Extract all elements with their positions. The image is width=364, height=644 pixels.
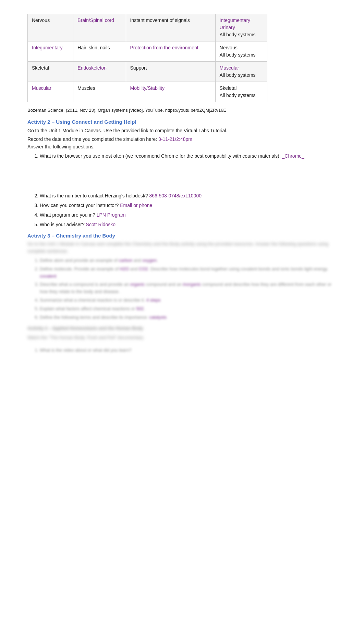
activity4-blurred-title: Activity 4 – Applied Homeostasis and the… [27, 325, 337, 341]
list-item: Summarize what a chemical reaction is or… [40, 297, 337, 304]
activity2-title: Activity 2 – Using Connect and Getting H… [27, 119, 337, 125]
table-row: MuscularMusclesMobility/StabilitySkeleta… [28, 82, 267, 102]
interacts-cell: SkeletalAll body systems [215, 82, 267, 102]
activity3-blurred-desc: Go to the Unit 1 Module in Canvas and co… [27, 241, 337, 255]
list-item: Explain what factors affect chemical rea… [40, 305, 337, 313]
organ-cell: Endoskeleton [73, 62, 126, 82]
activity2-questions-list-2: What is the number to contact Herzing's … [27, 192, 337, 229]
list-item: What is the video about or what did you … [40, 347, 337, 354]
function-cell: Support [126, 62, 215, 82]
answer-3: Email or phone [120, 203, 152, 208]
list-item: What is the number to contact Herzing's … [40, 192, 337, 200]
list-item: What is the browser you use most often (… [40, 152, 337, 160]
list-item: How can you contact your instructor? Ema… [40, 202, 337, 210]
organ-cell: Muscles [73, 82, 126, 102]
list-item: What program are you in? LPN Program [40, 211, 337, 219]
activity4-questions-list: What is the video about or what did you … [27, 347, 337, 354]
answer-1: _Chrome_ [282, 153, 304, 159]
system-cell: Skeletal [28, 62, 73, 82]
system-cell: Integumentary [28, 41, 73, 62]
organ-cell: Brain/Spinal cord [73, 14, 126, 41]
list-item: Who is your adviser? Scott Ridosko [40, 221, 337, 229]
citation-text: Bozeman Science. (2011, Nov 23). Organ s… [27, 108, 337, 113]
list-item: Define the following terms and describe … [40, 314, 337, 321]
table-row: SkeletalEndoskeletonSupportMuscularAll b… [28, 62, 267, 82]
function-cell: Instant movement of signals [126, 14, 215, 41]
table-row: NervousBrain/Spinal cordInstant movement… [28, 14, 267, 41]
activity3-title: Activity 3 – Chemistry and the Body [27, 233, 337, 239]
body-systems-table: NervousBrain/Spinal cordInstant movement… [27, 14, 267, 102]
activity2-questions-list: What is the browser you use most often (… [27, 152, 337, 160]
interacts-cell: IntegumentaryUrinaryAll body systems [215, 14, 267, 41]
list-item: Define atom and provide an example of ca… [40, 257, 337, 264]
list-item: Define molecule. Provide an example of H… [40, 266, 337, 280]
activity2-questions-label: Answer the following questions: [27, 144, 337, 149]
organ-cell: Hair, skin, nails [73, 41, 126, 62]
activity2-date-answer: 3-11-21/2:48pm [158, 136, 192, 142]
function-cell: Mobility/Stability [126, 82, 215, 102]
activity2-date-line: Record the date and time you completed t… [27, 136, 337, 142]
interacts-cell: MuscularAll body systems [215, 62, 267, 82]
answer-4: LPN Program [97, 212, 126, 218]
interacts-cell: NervousAll body systems [215, 41, 267, 62]
activity2-desc1: Go to the Unit 1 Module in Canvas. Use t… [27, 127, 337, 134]
system-cell: Muscular [28, 82, 73, 102]
table-row: IntegumentaryHair, skin, nailsProtection… [28, 41, 267, 62]
activity3-questions-list: Define atom and provide an example of ca… [27, 257, 337, 321]
function-cell: Protection from the environment [126, 41, 215, 62]
system-cell: Nervous [28, 14, 73, 41]
answer-2: 866-508-0748/ext.10000 [149, 193, 202, 198]
activity2-desc2: Record the date and time you completed t… [27, 136, 157, 142]
answer-5: Scott Ridosko [86, 222, 116, 227]
list-item: Describe what a compound is and provide … [40, 281, 337, 295]
